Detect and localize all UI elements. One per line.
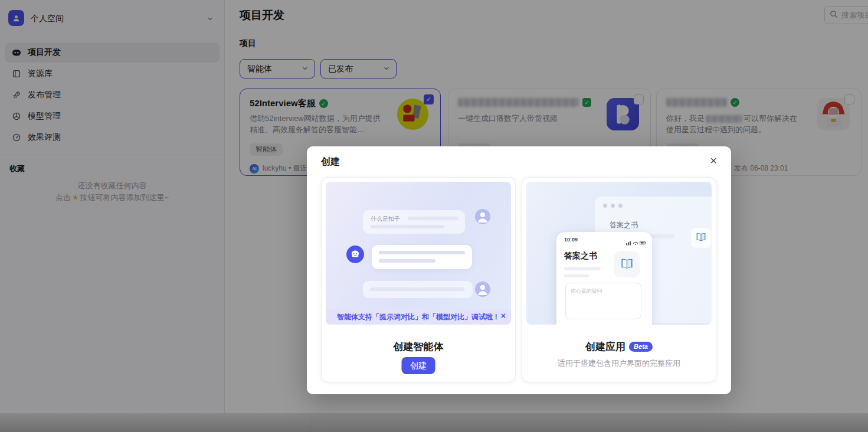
create-modal: 创建 × 什么是扣子 bbox=[307, 146, 731, 394]
chat-bubble-answer bbox=[372, 245, 472, 269]
create-app-card[interactable]: 答案之书 10:09 答案之书 bbox=[522, 177, 716, 382]
screen: 个人空间 项目开发 资源库 bbox=[0, 0, 868, 432]
agent-illustration: 什么是扣子 bbox=[326, 182, 511, 325]
banner-text: 智能体支持「提示词对比」和「模型对比」调试啦！ bbox=[337, 312, 500, 322]
app-illustration: 答案之书 10:09 答案之书 bbox=[526, 182, 712, 325]
close-icon[interactable]: × bbox=[710, 153, 717, 168]
user-avatar-icon bbox=[475, 209, 490, 224]
browser-app-title: 答案之书 bbox=[610, 220, 638, 230]
create-agent-button[interactable]: 创建 bbox=[402, 357, 435, 374]
beta-badge: Beta bbox=[629, 342, 653, 352]
create-agent-title: 创建智能体 bbox=[394, 340, 444, 354]
browser-dots-icon bbox=[603, 204, 623, 208]
chat-bubble-followup bbox=[363, 281, 473, 298]
phone-time: 10:09 bbox=[564, 237, 578, 243]
create-app-description: 适用于搭建包含用户界面的完整应用 bbox=[522, 358, 716, 369]
book-icon bbox=[691, 228, 711, 248]
chat-bubble-question: 什么是扣子 bbox=[363, 210, 465, 234]
coze-bot-avatar-icon bbox=[346, 246, 364, 263]
modal-title: 创建 bbox=[321, 156, 340, 168]
user-avatar-icon bbox=[475, 282, 490, 297]
create-app-title: 创建应用 bbox=[585, 340, 625, 354]
book-icon bbox=[614, 251, 640, 277]
banner-close-icon[interactable]: × bbox=[501, 311, 506, 320]
phone-mockup: 10:09 答案之书 你心底的疑问 bbox=[556, 232, 652, 325]
agent-feature-banner: 智能体支持「提示词对比」和「模型对比」调试啦！ × bbox=[326, 309, 511, 325]
create-agent-card[interactable]: 什么是扣子 bbox=[321, 177, 516, 382]
phone-app-title: 答案之书 bbox=[564, 251, 597, 261]
phone-status-icons bbox=[626, 237, 646, 248]
chat-question-text: 什么是扣子 bbox=[371, 215, 400, 223]
phone-question-input: 你心底的疑问 bbox=[565, 283, 641, 319]
